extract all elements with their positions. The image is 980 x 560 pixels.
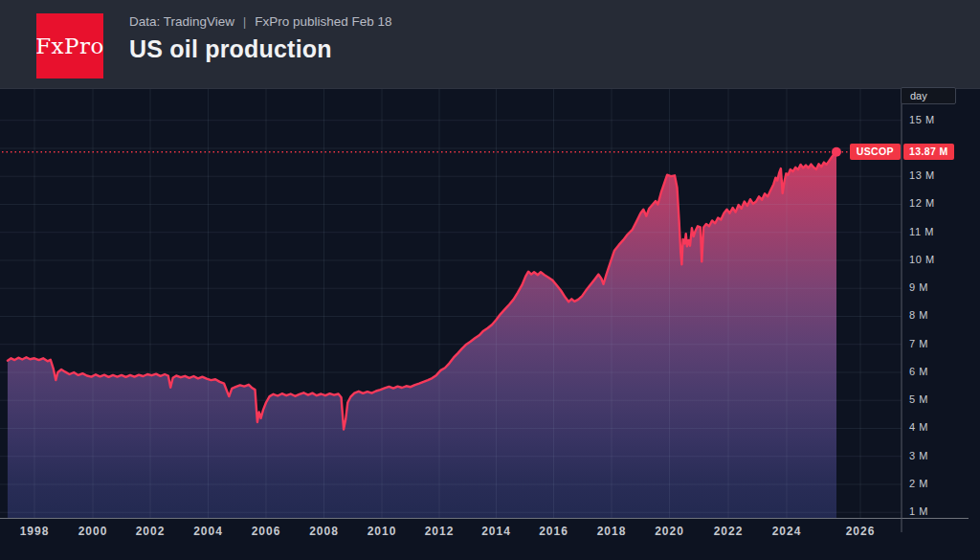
time-scale[interactable]: 1998200020022004200620082010201220142016…: [0, 520, 980, 560]
published-date: FxPro published Feb 18: [255, 14, 391, 29]
x-axis-label: 2016: [527, 525, 581, 538]
x-axis-label: 2006: [239, 525, 293, 538]
x-axis-label: 2022: [702, 525, 755, 538]
chart-subtitle: Data: TradingView | FxPro published Feb …: [129, 14, 392, 29]
x-axis-label: 2026: [834, 525, 887, 538]
y-axis-label: 1 M: [909, 505, 928, 517]
data-source: Data: TradingView: [129, 14, 234, 29]
y-axis-label: 9 M: [909, 281, 928, 293]
last-point-marker: [832, 147, 841, 157]
y-axis-label: 5 M: [909, 393, 928, 405]
y-axis-label: 7 M: [909, 338, 928, 349]
page-title: US oil production: [129, 35, 392, 63]
y-axis-label: 3 M: [909, 450, 928, 461]
area-fill: [8, 152, 836, 519]
fxpro-logo: FxPro: [36, 13, 103, 78]
x-axis-label: 2012: [412, 525, 466, 538]
x-axis-label: 2000: [66, 525, 120, 538]
x-axis-label: 2004: [182, 525, 235, 538]
chart-window: FxPro Data: TradingView | FxPro publishe…: [0, 0, 980, 560]
x-axis-label: 2024: [760, 525, 813, 538]
x-axis-label: 2002: [123, 525, 177, 538]
x-axis-label: 2008: [298, 525, 351, 538]
last-price-label: 13.87 M: [903, 144, 954, 160]
interval-label: day: [902, 90, 927, 101]
separator: |: [243, 15, 246, 29]
y-axis-label: 2 M: [909, 478, 928, 489]
interval-chip[interactable]: day: [901, 87, 956, 104]
x-axis-label: 2020: [643, 525, 697, 538]
header-text: Data: TradingView | FxPro published Feb …: [129, 14, 392, 63]
y-axis-label: 6 M: [909, 366, 928, 377]
y-axis-label: 13 M: [909, 169, 935, 181]
fxpro-logo-text: FxPro: [35, 34, 104, 58]
y-axis-label: 15 M: [909, 114, 935, 125]
x-axis-label: 2014: [470, 525, 523, 538]
y-axis-label: 11 M: [909, 226, 934, 237]
header: FxPro Data: TradingView | FxPro publishe…: [0, 0, 980, 89]
y-axis-label: 4 M: [909, 421, 928, 433]
symbol-price-flag: USCOP: [850, 144, 901, 160]
y-axis-label: 12 M: [909, 197, 935, 209]
x-axis-label: 2010: [355, 525, 409, 538]
y-axis-label: 10 M: [909, 254, 935, 265]
x-axis-label: 1998: [8, 525, 61, 538]
x-axis-label: 2018: [585, 525, 638, 538]
y-axis-label: 8 M: [909, 309, 928, 321]
